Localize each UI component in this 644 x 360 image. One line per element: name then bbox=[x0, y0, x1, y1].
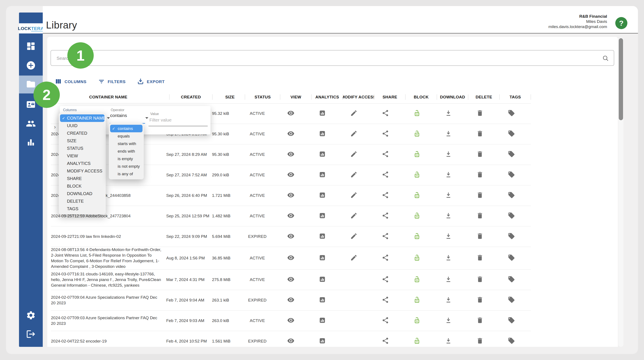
share-action[interactable] bbox=[370, 171, 401, 179]
tags-action[interactable] bbox=[496, 337, 527, 346]
view-action[interactable] bbox=[275, 276, 306, 284]
operator-menu-item[interactable]: is any of bbox=[109, 170, 144, 178]
tags-action[interactable] bbox=[496, 276, 527, 284]
operator-menu-item[interactable]: ends with bbox=[109, 148, 144, 155]
share-action[interactable] bbox=[370, 296, 401, 304]
columns-menu-item-selected[interactable]: ✓CONTAINER NAME bbox=[60, 114, 104, 122]
column-header-size[interactable]: SIZE bbox=[212, 91, 245, 104]
analytics-action[interactable] bbox=[306, 296, 338, 304]
column-header-created[interactable]: CREATED bbox=[170, 91, 212, 104]
block-action[interactable] bbox=[401, 276, 433, 284]
delete-action[interactable] bbox=[464, 254, 496, 262]
download-action[interactable] bbox=[433, 276, 464, 284]
modify-access-action[interactable] bbox=[338, 150, 370, 159]
share-action[interactable] bbox=[370, 254, 401, 262]
columns-menu-item[interactable]: TAGS bbox=[59, 205, 106, 212]
columns-menu-item[interactable]: BLOCK bbox=[59, 182, 106, 190]
sidebar-item-add[interactable] bbox=[19, 57, 43, 75]
operator-menu-item-selected[interactable]: ✓contains bbox=[110, 125, 142, 132]
delete-action[interactable] bbox=[464, 212, 496, 220]
share-action[interactable] bbox=[370, 130, 401, 138]
columns-menu-item[interactable]: DOWNLOAD bbox=[59, 190, 106, 198]
export-button[interactable]: EXPORT bbox=[137, 78, 165, 86]
search-input[interactable] bbox=[56, 50, 592, 66]
analytics-action[interactable] bbox=[306, 150, 338, 159]
download-action[interactable] bbox=[433, 232, 464, 241]
download-action[interactable] bbox=[433, 150, 464, 159]
sidebar-item-users[interactable] bbox=[19, 115, 43, 133]
columns-menu-item[interactable]: SIZE bbox=[59, 137, 106, 144]
view-action[interactable] bbox=[275, 110, 306, 118]
delete-action[interactable] bbox=[464, 171, 496, 179]
block-action[interactable] bbox=[401, 192, 433, 200]
tags-action[interactable] bbox=[496, 171, 527, 179]
view-action[interactable] bbox=[275, 130, 306, 138]
delete-action[interactable] bbox=[464, 296, 496, 304]
delete-action[interactable] bbox=[464, 130, 496, 138]
block-action[interactable] bbox=[401, 296, 433, 304]
view-action[interactable] bbox=[275, 254, 306, 262]
modify-access-action[interactable] bbox=[338, 130, 370, 138]
download-action[interactable] bbox=[433, 212, 464, 220]
sidebar-item-reports[interactable] bbox=[19, 134, 43, 152]
download-action[interactable] bbox=[433, 192, 464, 200]
block-action[interactable] bbox=[401, 337, 433, 346]
tags-action[interactable] bbox=[496, 192, 527, 200]
share-action[interactable] bbox=[370, 316, 401, 325]
view-action[interactable] bbox=[275, 337, 306, 346]
chevron-right-icon[interactable]: › bbox=[54, 124, 56, 130]
modify-access-action[interactable] bbox=[338, 110, 370, 118]
operator-select-arrow-icon[interactable] bbox=[145, 117, 148, 119]
share-action[interactable] bbox=[370, 276, 401, 284]
filters-button[interactable]: FILTERS bbox=[98, 78, 126, 86]
analytics-action[interactable] bbox=[306, 232, 338, 241]
view-action[interactable] bbox=[275, 296, 306, 304]
columns-select-arrow-icon[interactable] bbox=[107, 117, 110, 119]
delete-action[interactable] bbox=[464, 316, 496, 325]
share-action[interactable] bbox=[370, 232, 401, 241]
view-action[interactable] bbox=[275, 232, 306, 241]
tags-action[interactable] bbox=[496, 254, 527, 262]
block-action[interactable] bbox=[401, 150, 433, 159]
column-header-analytics[interactable]: ANALYTICS bbox=[312, 91, 343, 104]
block-action[interactable] bbox=[401, 171, 433, 179]
columns-menu-item[interactable]: CREATED bbox=[59, 130, 106, 137]
delete-action[interactable] bbox=[464, 276, 496, 284]
view-action[interactable] bbox=[275, 316, 306, 325]
analytics-action[interactable] bbox=[306, 192, 338, 200]
delete-action[interactable] bbox=[464, 232, 496, 241]
search-icon[interactable] bbox=[602, 55, 609, 62]
column-header-modify[interactable]: MODIFY ACCESS bbox=[343, 91, 374, 104]
filter-value-input[interactable]: Filter value bbox=[150, 118, 172, 122]
tags-action[interactable] bbox=[496, 212, 527, 220]
modify-access-action[interactable] bbox=[338, 192, 370, 200]
block-action[interactable] bbox=[401, 254, 433, 262]
share-action[interactable] bbox=[370, 192, 401, 200]
delete-action[interactable] bbox=[464, 192, 496, 200]
tags-action[interactable] bbox=[496, 232, 527, 241]
download-action[interactable] bbox=[433, 254, 464, 262]
block-action[interactable] bbox=[401, 232, 433, 241]
download-action[interactable] bbox=[433, 110, 464, 118]
analytics-action[interactable] bbox=[306, 171, 338, 179]
modify-access-action[interactable] bbox=[338, 232, 370, 241]
block-action[interactable] bbox=[401, 316, 433, 325]
modify-access-action[interactable] bbox=[338, 254, 370, 262]
share-action[interactable] bbox=[370, 212, 401, 220]
column-header-name[interactable]: CONTAINER NAME bbox=[51, 91, 170, 104]
analytics-action[interactable] bbox=[306, 254, 338, 262]
columns-menu-item[interactable]: ANALYTICS bbox=[59, 160, 106, 167]
tags-action[interactable] bbox=[496, 296, 527, 304]
view-action[interactable] bbox=[275, 150, 306, 159]
columns-button[interactable]: COLUMNS bbox=[54, 78, 86, 86]
analytics-action[interactable] bbox=[306, 276, 338, 284]
column-header-download[interactable]: DOWNLOAD bbox=[437, 91, 468, 104]
share-action[interactable] bbox=[370, 337, 401, 346]
operator-menu-item[interactable]: starts with bbox=[109, 140, 144, 148]
tags-action[interactable] bbox=[496, 150, 527, 159]
block-action[interactable] bbox=[401, 212, 433, 220]
tags-action[interactable] bbox=[496, 316, 527, 325]
view-action[interactable] bbox=[275, 171, 306, 179]
column-header-tags[interactable]: TAGS bbox=[500, 91, 531, 104]
tags-action[interactable] bbox=[496, 130, 527, 138]
